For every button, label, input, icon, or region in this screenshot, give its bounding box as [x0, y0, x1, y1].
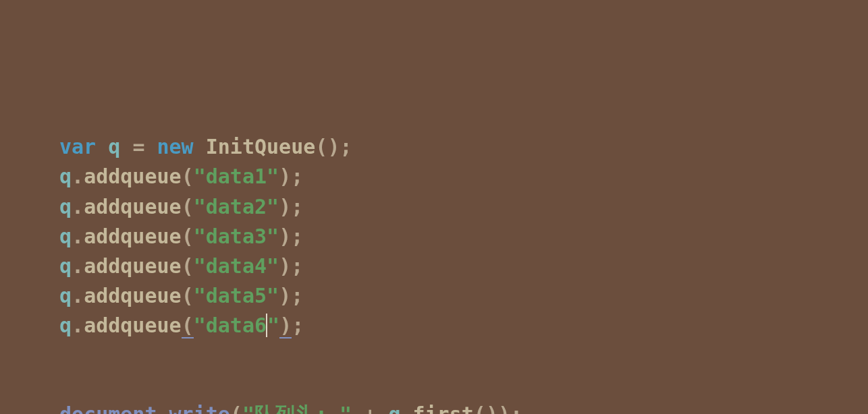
- method-addqueue: addqueue: [84, 284, 182, 307]
- paren-open: (: [182, 284, 194, 307]
- string-literal-part-b: ": [267, 314, 279, 337]
- paren-close: ): [279, 284, 291, 307]
- dot: .: [400, 403, 412, 414]
- code-line-3[interactable]: q.addqueue("data2");: [59, 192, 868, 222]
- string-literal: "data3": [194, 225, 279, 248]
- code-line-7[interactable]: q.addqueue("data6");: [59, 311, 868, 341]
- code-editor[interactable]: var q = new InitQueue();q.addqueue("data…: [59, 132, 868, 414]
- string-literal: "data2": [194, 195, 279, 218]
- operator-equals: =: [132, 135, 144, 158]
- keyword-new: new: [157, 135, 194, 158]
- semicolon: ;: [291, 284, 303, 307]
- paren-close-matched: ): [279, 314, 292, 338]
- paren-open: (: [182, 165, 194, 188]
- string-literal-part-a: "data6: [194, 314, 267, 337]
- semicolon: ;: [291, 225, 303, 248]
- string-literal: "data5": [194, 284, 279, 307]
- dot: .: [72, 195, 84, 218]
- identifier-q: q: [59, 195, 72, 218]
- paren-open: (: [182, 195, 194, 218]
- method-addqueue: addqueue: [84, 165, 182, 188]
- object-document: document: [59, 403, 157, 414]
- code-line-empty-8[interactable]: [59, 341, 868, 370]
- operator-plus: +: [364, 403, 376, 414]
- dot: .: [157, 403, 169, 414]
- method-first: first: [413, 403, 474, 414]
- string-literal: "data1": [194, 165, 279, 188]
- identifier-q: q: [59, 284, 72, 307]
- paren-open: (: [182, 254, 194, 278]
- semicolon: ;: [510, 403, 522, 414]
- semicolon: ;: [291, 195, 303, 218]
- string-literal: "队列头: ": [242, 403, 352, 414]
- paren-open: (: [474, 403, 486, 414]
- semicolon: ;: [292, 314, 304, 337]
- code-line-5[interactable]: q.addqueue("data4");: [59, 252, 868, 281]
- identifier-q: q: [59, 165, 72, 188]
- code-line-10[interactable]: document.write("队列头: " + q.first());: [59, 400, 868, 414]
- method-write: write: [169, 403, 230, 414]
- string-literal: "data4": [194, 254, 279, 278]
- paren-close: ): [279, 254, 291, 278]
- dot: .: [72, 314, 84, 337]
- code-line-1[interactable]: var q = new InitQueue();: [59, 132, 868, 162]
- identifier-q: q: [59, 254, 72, 278]
- method-addqueue: addqueue: [84, 254, 182, 278]
- paren-close: ): [279, 225, 291, 248]
- code-line-empty-9[interactable]: [59, 370, 868, 400]
- paren-open: (: [315, 135, 327, 158]
- method-addqueue: addqueue: [84, 314, 182, 337]
- identifier-q: q: [59, 225, 72, 248]
- paren-close: ): [279, 195, 291, 218]
- semicolon: ;: [340, 135, 352, 158]
- paren-close: ): [498, 403, 510, 414]
- dot: .: [72, 165, 84, 188]
- keyword-var: var: [59, 135, 96, 158]
- code-line-2[interactable]: q.addqueue("data1");: [59, 162, 868, 191]
- semicolon: ;: [291, 254, 303, 278]
- dot: .: [72, 225, 84, 248]
- semicolon: ;: [291, 165, 303, 188]
- identifier-q: q: [388, 403, 400, 414]
- paren-open-matched: (: [182, 314, 194, 338]
- dot: .: [72, 254, 84, 278]
- paren-close: ): [279, 165, 291, 188]
- paren-open: (: [182, 225, 194, 248]
- method-addqueue: addqueue: [84, 195, 182, 218]
- function-initqueue: InitQueue: [206, 135, 316, 158]
- paren-close: ): [327, 135, 340, 158]
- method-addqueue: addqueue: [84, 225, 182, 248]
- dot: .: [72, 284, 84, 307]
- code-line-6[interactable]: q.addqueue("data5");: [59, 281, 868, 311]
- identifier-q: q: [108, 135, 120, 158]
- code-line-4[interactable]: q.addqueue("data3");: [59, 222, 868, 252]
- paren-open: (: [230, 403, 242, 414]
- paren-close: ): [486, 403, 498, 414]
- identifier-q: q: [59, 314, 72, 337]
